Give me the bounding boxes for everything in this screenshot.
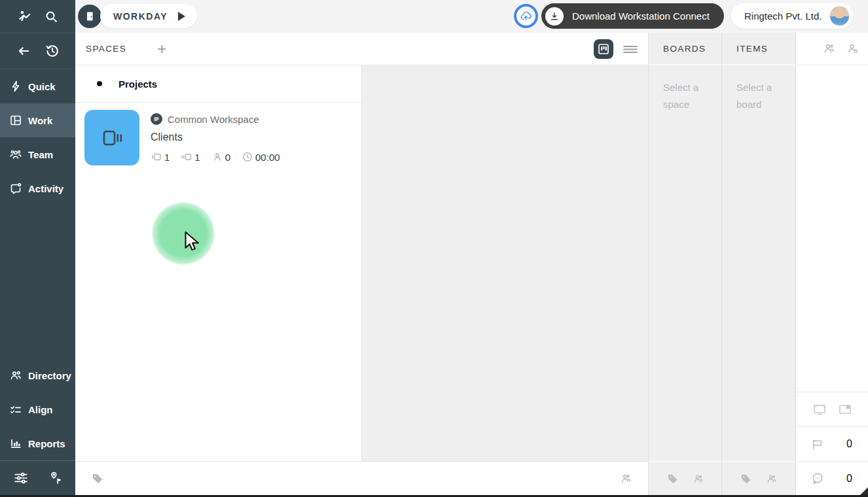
main-body: Projects (75, 65, 648, 461)
space-info: Common Workspace Clients (151, 110, 280, 165)
items-column: ITEMS Select a board (721, 33, 795, 495)
sidebar-item-activity[interactable]: Activity (0, 171, 75, 205)
tag-icon[interactable] (740, 473, 752, 485)
space-tile[interactable] (84, 110, 139, 165)
boards-body: Select a space (649, 65, 721, 461)
sidebar-item-label: Team (28, 149, 53, 160)
workspace-name: Common Workspace (168, 114, 259, 125)
sidebar-item-align[interactable]: Align (0, 392, 75, 426)
lightning-icon (9, 80, 22, 93)
top-bar: WORKDAY Download Workstation Connect Rin… (0, 0, 868, 33)
detail-header (796, 33, 868, 65)
tag-icon[interactable] (666, 473, 679, 485)
comments-row[interactable]: 0 (796, 461, 868, 495)
items-header: ITEMS (722, 33, 795, 65)
flag-icon (810, 437, 824, 451)
spaces-group-projects[interactable]: Projects (75, 65, 361, 103)
person-stat-icon (211, 151, 223, 163)
app-window: WORKDAY Download Workstation Connect Rin… (0, 0, 868, 497)
add-space-button[interactable]: + (157, 41, 166, 57)
sidebar-spacer (0, 205, 75, 358)
reports-icon (9, 437, 22, 450)
chat-icon (810, 471, 825, 486)
sidebar-item-team[interactable]: Team (0, 137, 75, 171)
sidebar-item-label: Align (28, 404, 53, 415)
board-tile-icon (99, 125, 125, 151)
spaces-panel: Projects (75, 65, 362, 461)
sidebar-item-reports[interactable]: Reports (0, 426, 75, 460)
time-stat: 00:00 (242, 151, 280, 163)
directory-icon (9, 369, 22, 382)
kanban-work-icon (9, 114, 22, 127)
people-icon[interactable] (822, 42, 836, 56)
door-icon (84, 10, 96, 22)
spaces-footer-bar (75, 461, 648, 495)
detail-empty (796, 65, 868, 392)
monitor-icon[interactable] (812, 402, 827, 417)
resize-grip[interactable] (860, 487, 868, 495)
main-area: SPACES + (75, 33, 648, 495)
sidebar-item-label: Reports (28, 438, 65, 449)
workday-door-badge[interactable] (78, 5, 101, 28)
group-label: Projects (118, 78, 157, 90)
align-icon (9, 403, 22, 416)
sidebar-item-work[interactable]: Work (0, 103, 75, 137)
play-icon[interactable] (178, 12, 185, 21)
sidebar-item-label: Work (28, 115, 52, 126)
route-flag-icon[interactable] (47, 470, 63, 486)
space-card-clients[interactable]: Common Workspace Clients (75, 103, 361, 173)
items-count: 1 (194, 152, 200, 163)
kick-logo-icon[interactable] (17, 9, 31, 24)
search-icon[interactable] (45, 10, 58, 24)
clock-icon (242, 151, 253, 163)
sidebar-item-label: Activity (28, 183, 63, 194)
back-arrow-icon[interactable] (16, 44, 31, 58)
assignee-filter-icon[interactable] (765, 473, 778, 485)
item-stat-icon (181, 151, 192, 163)
person-check-icon[interactable] (846, 42, 859, 56)
tag-icon[interactable] (91, 472, 104, 485)
sidebar-item-directory[interactable]: Directory (0, 358, 75, 392)
space-stats: 1 1 (151, 151, 280, 163)
avatar (829, 6, 850, 26)
detail-panel: 0 0 (795, 33, 868, 495)
download-button-label: Download Workstation Connect (572, 10, 710, 22)
group-bullet-icon (97, 81, 102, 86)
download-workstation-button[interactable]: Download Workstation Connect (541, 3, 724, 29)
sidebar-item-quick[interactable]: Quick (0, 69, 75, 103)
boards-column: BOARDS Select a space (648, 33, 721, 495)
spaces-header-bar: SPACES + (75, 33, 648, 65)
items-footer (722, 461, 795, 495)
account-selector[interactable]: Ringtech Pvt. Ltd. (731, 3, 853, 29)
boards-footer (649, 461, 721, 495)
download-icon (545, 7, 564, 26)
items-stat: 1 (181, 151, 200, 163)
cloud-upload-button[interactable] (514, 4, 538, 28)
team-icon (9, 148, 22, 161)
cloud-upload-icon (516, 7, 535, 26)
kanban-view-button[interactable] (594, 39, 613, 59)
boards-placeholder: Select a space (663, 79, 710, 113)
members-stat: 0 (211, 151, 230, 163)
flags-row[interactable]: 0 (796, 426, 868, 461)
left-sidebar: Quick Work Team (0, 33, 75, 495)
kanban-view-icon (597, 43, 610, 56)
sidebar-history-row (0, 33, 75, 69)
view-mode-row (796, 392, 868, 426)
list-view-button[interactable] (622, 42, 639, 56)
workspace-menu-icon (151, 113, 162, 125)
time-tracked: 00:00 (255, 152, 280, 163)
items-body: Select a board (722, 65, 795, 461)
history-icon[interactable] (45, 44, 60, 58)
sidebar-item-label: Directory (28, 370, 71, 381)
flags-count: 0 (846, 438, 852, 450)
workspace-row: Common Workspace (151, 113, 280, 125)
activity-icon (9, 182, 22, 195)
view-controls (594, 39, 639, 59)
filters-icon[interactable] (13, 470, 29, 486)
assignee-filter-icon[interactable] (619, 472, 632, 485)
assignee-filter-icon[interactable] (692, 473, 704, 485)
card-icon[interactable] (838, 402, 852, 417)
workday-selector[interactable]: WORKDAY (100, 4, 197, 28)
spaces-title: SPACES (86, 44, 126, 54)
